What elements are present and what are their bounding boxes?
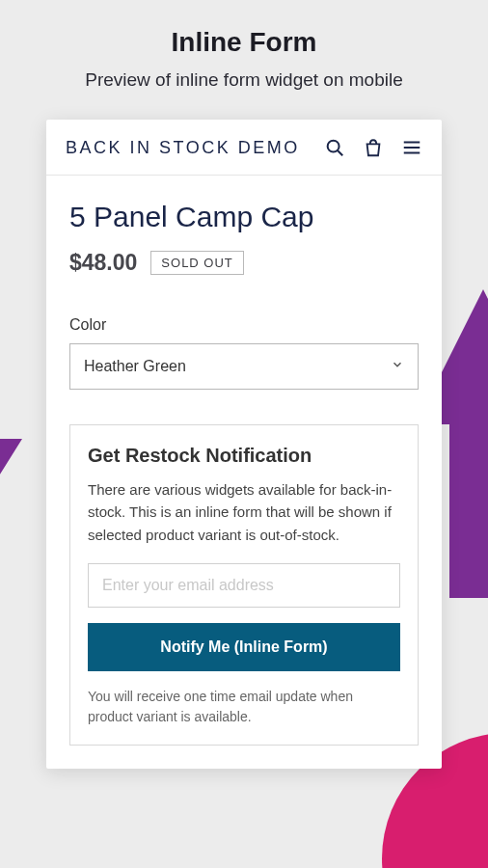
- top-bar: BACK IN STOCK DEMO: [46, 120, 442, 176]
- variant-selected-value: Heather Green: [84, 358, 186, 375]
- product-title: 5 Panel Camp Cap: [69, 201, 419, 232]
- chevron-down-icon: [391, 358, 404, 375]
- top-actions: [324, 137, 422, 158]
- notify-heading: Get Restock Notification: [88, 445, 400, 467]
- variant-select[interactable]: Heather Green: [69, 343, 419, 390]
- email-field[interactable]: [88, 563, 400, 608]
- search-icon[interactable]: [324, 137, 345, 158]
- svg-line-1: [338, 151, 342, 156]
- notify-note: You will receive one time email update w…: [88, 687, 400, 727]
- page-subtitle: Preview of inline form widget on mobile: [19, 68, 469, 93]
- price-row: $48.00 SOLD OUT: [69, 250, 419, 276]
- product-area: 5 Panel Camp Cap $48.00 SOLD OUT Color H…: [46, 176, 442, 769]
- soldout-badge: SOLD OUT: [150, 251, 243, 275]
- price: $48.00: [69, 250, 137, 276]
- svg-point-0: [328, 141, 339, 152]
- menu-icon[interactable]: [401, 137, 422, 158]
- page-header: Inline Form Preview of inline form widge…: [0, 0, 488, 104]
- notify-description: There are various widgets available for …: [88, 478, 400, 546]
- phone-preview: BACK IN STOCK DEMO: [46, 120, 442, 769]
- notify-button[interactable]: Notify Me (Inline Form): [88, 623, 400, 671]
- variant-label: Color: [69, 316, 419, 334]
- page-title: Inline Form: [19, 27, 469, 58]
- cart-icon[interactable]: [363, 137, 384, 158]
- brand-title: BACK IN STOCK DEMO: [66, 137, 300, 159]
- notify-card: Get Restock Notification There are vario…: [69, 424, 419, 746]
